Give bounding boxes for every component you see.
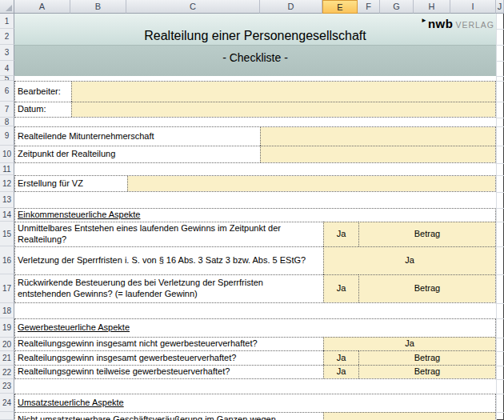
logo-verlag: VERLAG bbox=[455, 20, 494, 30]
section-title-gewerbesteuer: Gewerbesteuerliche Aspekte bbox=[15, 319, 495, 337]
gridline bbox=[497, 338, 504, 338]
select-all-corner[interactable] bbox=[0, 0, 14, 14]
q-laufender-gewinn-ja-cell[interactable]: Ja bbox=[323, 222, 358, 246]
q-rueckwirkende-besteuerung: Rückwirkende Besteuerung des bei Verletz… bbox=[15, 274, 323, 302]
gridline bbox=[497, 246, 504, 247]
row-header-16[interactable]: 16 bbox=[0, 246, 14, 274]
row-header-12[interactable]: 12 bbox=[0, 175, 14, 192]
gridline bbox=[497, 45, 504, 46]
gridline bbox=[497, 394, 504, 394]
row-header-1[interactable]: 1 bbox=[0, 14, 14, 29]
row-header-18[interactable]: 18 bbox=[0, 303, 14, 318]
row-header-4[interactable]: 4 bbox=[0, 61, 14, 76]
mitunternehmerschaft-input[interactable] bbox=[260, 127, 495, 146]
gridline bbox=[497, 412, 504, 413]
q-rueckwirkende-besteuerung-betrag-cell[interactable]: Betrag bbox=[358, 274, 495, 302]
gridline bbox=[497, 163, 504, 164]
q-insgesamt-gewerbesteuerverhaftet-ja-cell[interactable]: Ja bbox=[323, 350, 358, 365]
corner-triangle-icon bbox=[6, 5, 12, 11]
row-header-8[interactable]: 8 bbox=[0, 118, 14, 126]
row-header-7[interactable]: 7 bbox=[0, 102, 14, 118]
row-header-22[interactable]: 22 bbox=[0, 366, 14, 379]
column-header-b[interactable]: B bbox=[70, 0, 126, 14]
row-header-2[interactable]: 2 bbox=[0, 29, 14, 45]
q-insgesamt-gewerbesteuerverhaftet: Realteilungsgewinn insgesamt gewerbesteu… bbox=[15, 350, 323, 365]
logo-nwb: nwb bbox=[428, 17, 454, 30]
column-header-a[interactable]: A bbox=[14, 0, 70, 14]
sheet-title: Realteilung einer Personengesellschaft bbox=[144, 29, 366, 43]
vz-label: Erstellung für VZ bbox=[15, 176, 127, 191]
vz-block: Erstellung für VZ bbox=[14, 175, 496, 192]
row-header-3[interactable]: 3 bbox=[0, 45, 14, 61]
gridline bbox=[497, 102, 504, 102]
q-teilweise-gewerbesteuerverhaftet-betrag-cell[interactable]: Betrag bbox=[358, 365, 495, 378]
q-sperrfristverletzung: Verletzung der Sperrfristen i. S. von § … bbox=[15, 246, 323, 274]
row-header-partial[interactable] bbox=[0, 412, 14, 420]
q-rueckwirkende-besteuerung-ja-cell[interactable]: Ja bbox=[323, 274, 358, 302]
sheet-subtitle: - Checkliste - bbox=[222, 51, 288, 64]
row-header-20[interactable]: 20 bbox=[0, 338, 14, 351]
bearbeiter-datum-block: Bearbeiter: Datum: bbox=[14, 81, 496, 118]
zeitpunkt-label: Zeitpunkt der Realteilung bbox=[15, 146, 260, 162]
column-header-i[interactable]: I bbox=[450, 0, 496, 14]
q-sperrfristverletzung-ja-cell[interactable]: Ja bbox=[323, 246, 495, 274]
zeitpunkt-input[interactable] bbox=[260, 146, 495, 162]
gridline bbox=[497, 76, 504, 77]
section-einkommensteuer: Einkommensteuerliche Aspekte Unmittelbar… bbox=[14, 208, 496, 303]
title-band-bottom: - Checkliste - bbox=[14, 45, 496, 76]
gridline bbox=[497, 222, 504, 222]
q-geschaeftsveraeusserung-answer-cell[interactable] bbox=[323, 412, 495, 420]
q-teilweise-gewerbesteuerverhaftet-ja-cell[interactable]: Ja bbox=[323, 365, 358, 378]
mitunternehmerschaft-label: Realteilende Mitunternehmerschaft bbox=[15, 127, 260, 146]
column-header-g[interactable]: G bbox=[380, 0, 414, 14]
q-insgesamt-gewerbesteuerverhaftet-betrag-cell[interactable]: Betrag bbox=[358, 350, 495, 365]
row-header-15[interactable]: 15 bbox=[0, 222, 14, 246]
row-header-14[interactable]: 14 bbox=[0, 208, 14, 222]
row-header-13[interactable]: 13 bbox=[0, 192, 14, 208]
gridline bbox=[497, 29, 504, 30]
column-header-e-selected[interactable]: E bbox=[322, 0, 358, 14]
gridline bbox=[496, 14, 497, 420]
section-title-einkommensteuer: Einkommensteuerliche Aspekte bbox=[15, 209, 495, 222]
column-header-j[interactable]: J bbox=[496, 0, 504, 14]
row-header-17[interactable]: 17 bbox=[0, 274, 14, 303]
bearbeiter-input[interactable] bbox=[71, 82, 495, 102]
vz-input[interactable] bbox=[127, 176, 495, 191]
gridline bbox=[497, 366, 504, 366]
datum-label: Datum: bbox=[15, 102, 71, 117]
row-header-10[interactable]: 10 bbox=[0, 146, 14, 163]
column-header-d[interactable]: D bbox=[260, 0, 322, 14]
gridline bbox=[497, 146, 504, 146]
row-header-9[interactable]: 9 bbox=[0, 126, 14, 146]
column-header-h[interactable]: H bbox=[414, 0, 450, 14]
gridline bbox=[497, 274, 504, 275]
q-geschaeftsveraeusserung: Nicht umsatzsteuerbare Geschäftsveräußer… bbox=[15, 412, 323, 420]
nwb-verlag-logo: ►nwbVERLAG bbox=[398, 17, 494, 31]
row-header-21[interactable]: 21 bbox=[0, 351, 14, 366]
row-header-23[interactable]: 23 bbox=[0, 379, 14, 394]
column-header-f[interactable]: F bbox=[358, 0, 380, 14]
row-header-19[interactable]: 19 bbox=[0, 318, 14, 338]
gridline bbox=[497, 126, 504, 127]
gridline bbox=[497, 379, 504, 380]
row-header-11[interactable]: 11 bbox=[0, 163, 14, 175]
q-nicht-gewerbesteuerverhaftet: Realteilungsgewinn insgesamt nicht gewer… bbox=[15, 337, 323, 350]
row-header-6[interactable]: 6 bbox=[0, 81, 14, 102]
mitunternehmerschaft-block: Realteilende Mitunternehmerschaft Zeitpu… bbox=[14, 126, 496, 163]
section-umsatzsteuer: Umsatzsteuerliche Aspekte Nicht umsatzst… bbox=[14, 394, 496, 420]
q-laufender-gewinn: Unmittelbares Entstehen eines laufenden … bbox=[15, 222, 323, 246]
gridline bbox=[497, 303, 504, 304]
q-nicht-gewerbesteuerverhaftet-ja-cell[interactable]: Ja bbox=[323, 337, 495, 350]
gridline bbox=[497, 81, 504, 82]
gridline bbox=[497, 208, 504, 209]
gridline bbox=[497, 192, 504, 193]
column-header-c[interactable]: C bbox=[126, 0, 260, 14]
datum-input[interactable] bbox=[71, 102, 495, 117]
gridline bbox=[497, 318, 504, 319]
q-laufender-gewinn-betrag-cell[interactable]: Betrag bbox=[358, 222, 495, 246]
gridline bbox=[497, 351, 504, 352]
row-header-24[interactable]: 24 bbox=[0, 394, 14, 412]
gridline bbox=[497, 61, 504, 62]
section-title-umsatzsteuer: Umsatzsteuerliche Aspekte bbox=[15, 394, 495, 412]
q-teilweise-gewerbesteuerverhaftet: Realteilungsgewinn teilweise gewerbesteu… bbox=[15, 365, 323, 378]
